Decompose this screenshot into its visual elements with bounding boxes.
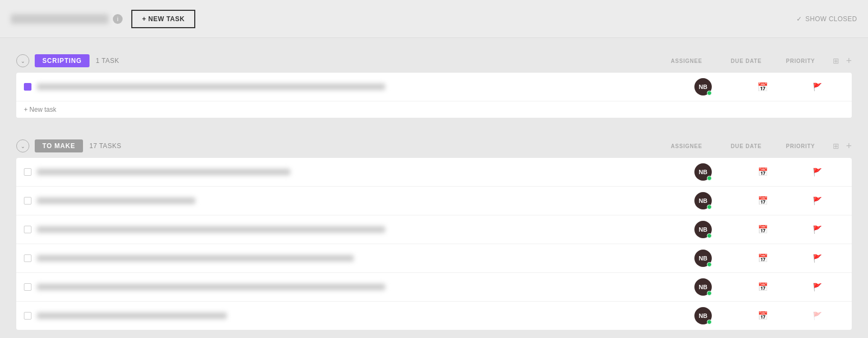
to-make-tag: TO MAKE — [35, 139, 83, 152]
priority-cell[interactable]: 🚩 — [790, 254, 844, 263]
to-make-section-header: ⌄ TO MAKE 17 TASKS ASSIGNEE DUE DATE PRI… — [16, 134, 852, 158]
calendar-icon: 📅 — [758, 225, 768, 234]
scripting-collapse-button[interactable]: ⌄ — [16, 54, 29, 67]
table-row: NB 📅 🚩 — [16, 187, 852, 215]
avatar[interactable]: NB — [694, 192, 712, 209]
scripting-add-col-button[interactable]: + — [846, 55, 852, 67]
calendar-icon: 📅 — [758, 253, 768, 263]
table-row: NB 📅 🚩 — [16, 73, 852, 101]
avatar[interactable]: NB — [694, 250, 712, 267]
calendar-icon: 📅 — [757, 82, 768, 92]
online-status-dot — [707, 262, 712, 267]
to-make-col-headers: ASSIGNEE DUE DATE PRIORITY ⊞ + — [654, 141, 852, 152]
scripting-section-header: ⌄ SCRIPTING 1 TASK ASSIGNEE DUE DATE PRI… — [16, 49, 852, 73]
assignee-cell: NB — [671, 192, 736, 209]
task-checkbox[interactable] — [24, 226, 31, 233]
scripting-task-count: 1 TASK — [96, 57, 119, 65]
task-label — [37, 197, 671, 204]
assignee-cell: NB — [671, 278, 736, 296]
to-make-grid-icon[interactable]: ⊞ — [833, 142, 839, 150]
main-content: ⌄ SCRIPTING 1 TASK ASSIGNEE DUE DATE PRI… — [0, 38, 868, 338]
show-closed-button[interactable]: ✓ SHOW CLOSED — [796, 15, 857, 23]
table-row: NB 📅 🚩 — [16, 158, 852, 187]
priority-cell[interactable]: 🚩 — [790, 283, 844, 291]
avatar[interactable]: NB — [694, 307, 712, 324]
assignee-cell: NB — [671, 163, 736, 181]
to-make-task-count: 17 TASKS — [90, 142, 122, 150]
online-status-dot — [707, 320, 712, 324]
online-status-dot — [707, 205, 712, 209]
duedate-cell[interactable]: 📅 — [736, 196, 790, 206]
scripting-priority-header: PRIORITY — [773, 58, 827, 64]
calendar-icon: 📅 — [758, 167, 768, 177]
blurred-title — [11, 14, 108, 24]
avatar[interactable]: NB — [694, 278, 712, 296]
task-checkbox[interactable] — [24, 254, 31, 262]
task-label — [37, 284, 671, 290]
duedate-cell[interactable]: 📅 — [736, 167, 790, 177]
avatar[interactable]: NB — [694, 163, 712, 181]
priority-cell[interactable]: 🚩 — [790, 168, 844, 176]
assignee-cell: NB — [671, 221, 736, 238]
task-label — [37, 255, 671, 262]
duedate-cell[interactable]: 📅 — [736, 253, 790, 263]
table-row: NB 📅 🚩 — [16, 302, 852, 330]
table-row: NB 📅 🚩 — [16, 273, 852, 302]
online-status-dot — [707, 176, 712, 181]
calendar-icon: 📅 — [758, 311, 768, 321]
flag-icon: 🚩 — [813, 168, 822, 176]
to-make-add-col-button[interactable]: + — [846, 141, 852, 152]
chevron-down-icon: ⌄ — [21, 143, 25, 149]
top-bar: i + NEW TASK ✓ SHOW CLOSED — [0, 0, 868, 38]
duedate-cell[interactable]: 📅 — [736, 82, 790, 92]
task-checkbox[interactable] — [24, 197, 31, 205]
task-checkbox[interactable] — [24, 283, 31, 291]
table-row: NB 📅 🚩 — [16, 215, 852, 244]
avatar[interactable]: NB — [694, 221, 712, 238]
priority-cell[interactable]: 🚩 — [790, 311, 844, 320]
task-checkbox[interactable] — [24, 83, 31, 91]
duedate-cell[interactable]: 📅 — [736, 225, 790, 234]
to-make-collapse-button[interactable]: ⌄ — [16, 139, 29, 152]
priority-cell[interactable]: 🚩 — [790, 82, 844, 91]
duedate-cell[interactable]: 📅 — [736, 282, 790, 292]
avatar[interactable]: NB — [694, 78, 712, 95]
assignee-cell: NB — [671, 78, 736, 95]
table-row: NB 📅 🚩 — [16, 244, 852, 273]
calendar-icon: 📅 — [758, 196, 768, 206]
flag-icon: 🚩 — [813, 225, 822, 234]
task-label — [37, 84, 671, 90]
to-make-assignee-header: ASSIGNEE — [654, 143, 719, 149]
online-status-dot — [707, 233, 712, 238]
task-checkbox[interactable] — [24, 312, 31, 320]
to-make-task-table: NB 📅 🚩 NB — [16, 158, 852, 330]
online-status-dot — [707, 291, 712, 296]
task-label — [37, 313, 671, 319]
scripting-duedate-header: DUE DATE — [719, 58, 773, 64]
scripting-col-headers: ASSIGNEE DUE DATE PRIORITY ⊞ + — [654, 55, 852, 67]
info-icon[interactable]: i — [113, 14, 123, 24]
scripting-section: ⌄ SCRIPTING 1 TASK ASSIGNEE DUE DATE PRI… — [16, 49, 852, 118]
scripting-assignee-header: ASSIGNEE — [654, 58, 719, 64]
priority-cell[interactable]: 🚩 — [790, 196, 844, 205]
flag-icon: 🚩 — [813, 283, 822, 291]
checkmark-icon: ✓ — [796, 15, 802, 23]
to-make-priority-header: PRIORITY — [773, 143, 827, 149]
scripting-task-table: NB 📅 🚩 + New task — [16, 73, 852, 118]
chevron-down-icon: ⌄ — [21, 58, 25, 64]
online-status-dot — [707, 91, 712, 95]
priority-cell[interactable]: 🚩 — [790, 225, 844, 234]
flag-icon: 🚩 — [813, 254, 822, 263]
new-task-button[interactable]: + NEW TASK — [131, 10, 195, 28]
scripting-col-icons: ⊞ + — [833, 55, 852, 67]
duedate-cell[interactable]: 📅 — [736, 311, 790, 321]
scripting-tag: SCRIPTING — [35, 54, 90, 67]
task-label — [37, 169, 671, 175]
scripting-grid-icon[interactable]: ⊞ — [833, 56, 839, 65]
flag-icon: 🚩 — [813, 196, 822, 205]
scripting-add-task-row[interactable]: + New task — [16, 101, 852, 118]
flag-icon: 🚩 — [813, 311, 822, 320]
assignee-cell: NB — [671, 307, 736, 324]
task-checkbox[interactable] — [24, 168, 31, 176]
calendar-icon: 📅 — [758, 282, 768, 292]
